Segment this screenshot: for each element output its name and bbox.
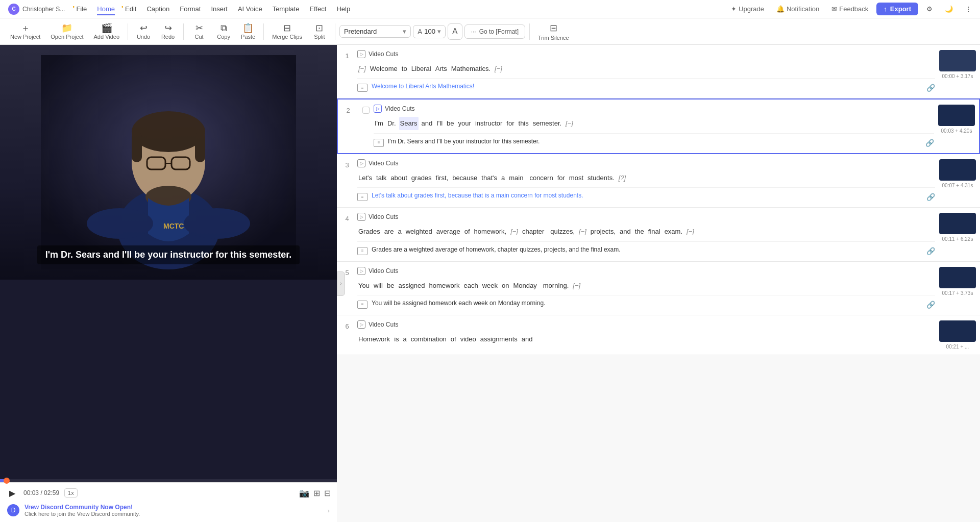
word[interactable]: and [521, 333, 534, 345]
timeline-bar[interactable] [0, 479, 337, 482]
menu-effect[interactable]: Effect [304, 3, 331, 15]
segment-words-6[interactable]: Homework is a combination of video assig… [357, 332, 935, 346]
word[interactable]: first, [435, 171, 450, 184]
caption-text-4[interactable]: Grades are a weighted average of homewor… [372, 246, 922, 253]
word[interactable]: about [389, 171, 408, 184]
word[interactable]: instructor [474, 117, 503, 130]
word[interactable]: students. [586, 171, 616, 184]
timeline-handle[interactable] [4, 478, 10, 484]
more-button[interactable]: ⋮ [961, 3, 976, 15]
merge-clips-button[interactable]: ⊟ Merge Clips [268, 21, 306, 42]
grid-icon[interactable]: ⊞ [313, 488, 320, 498]
word[interactable]: for [505, 117, 515, 130]
undo-button[interactable]: ↩ Undo [132, 21, 155, 42]
menu-insert[interactable]: Insert [206, 3, 233, 15]
word[interactable]: final [647, 225, 662, 238]
menu-help[interactable]: Help [331, 3, 355, 15]
export-button[interactable]: ↑ Export [876, 3, 918, 15]
word[interactable]: of [463, 225, 471, 238]
feedback-button[interactable]: ✉ Feedback [827, 3, 872, 15]
word[interactable]: Grades [357, 225, 381, 238]
word[interactable]: for [556, 171, 566, 184]
menu-template[interactable]: Template [267, 3, 305, 15]
word[interactable]: to [401, 62, 408, 75]
upgrade-button[interactable]: ✦ Upgrade [727, 3, 768, 15]
word[interactable]: exam. [664, 225, 683, 238]
word[interactable]: combination [410, 333, 448, 345]
word[interactable]: most [568, 171, 584, 184]
word[interactable]: Mathematics. [450, 62, 492, 75]
word[interactable]: assignments [479, 333, 519, 345]
word[interactable]: a [500, 171, 506, 184]
caption-text-2[interactable]: I'm Dr. Sears and I'll be your instructo… [388, 138, 921, 145]
word[interactable]: your [457, 117, 472, 130]
caption-text-1[interactable]: Welcome to Liberal Arts Mathematics! [372, 83, 922, 90]
discord-notification[interactable]: D Vrew Discord Community Now Open! Click… [0, 499, 337, 522]
segment-words-5[interactable]: You will be assigned homework each week … [357, 278, 935, 293]
caption-link-icon-2[interactable]: 🔗 [925, 139, 934, 147]
collapse-panel-button[interactable]: › [337, 271, 345, 296]
word[interactable]: Monday [512, 279, 538, 292]
caption-text-5[interactable]: You will be assigned homework each week … [372, 300, 922, 307]
word[interactable]: main [508, 171, 524, 184]
word[interactable]: grades [410, 171, 433, 184]
menu-home[interactable]: Home [92, 3, 120, 15]
word[interactable]: Welcome [369, 62, 399, 75]
segment-words-3[interactable]: Let's talk about grades first, because t… [357, 170, 935, 185]
add-video-button[interactable]: 🎬 Add Video [90, 21, 124, 42]
notification-button[interactable]: 🔔 Notification [772, 3, 823, 15]
font-size-value[interactable]: 100 [424, 28, 435, 35]
caption-link-icon-3[interactable]: 🔗 [926, 193, 935, 201]
split-button[interactable]: ⊡ Split [308, 21, 331, 42]
word[interactable]: will [373, 279, 384, 292]
menu-edit[interactable]: Edit [120, 3, 141, 15]
video-placeholder[interactable]: MCTC I'm Dr. Sears and I'll be your inst… [0, 45, 337, 280]
theme-toggle[interactable]: 🌙 [941, 3, 957, 15]
play-button[interactable]: ▶ [6, 487, 18, 499]
word[interactable]: I'll [435, 117, 444, 130]
caption-toggle-icon[interactable]: ⊟ [324, 488, 331, 498]
word[interactable]: video [459, 333, 477, 345]
word[interactable]: You [357, 279, 371, 292]
word[interactable]: because [451, 171, 478, 184]
word[interactable]: Liberal [410, 62, 432, 75]
word[interactable]: Let's [357, 171, 373, 184]
paste-button[interactable]: 📋 Paste [237, 21, 259, 42]
word[interactable]: Homework [357, 333, 391, 345]
word[interactable]: are [383, 225, 395, 238]
word[interactable]: semester. [532, 117, 562, 130]
word[interactable]: weighted [405, 225, 433, 238]
font-size-control[interactable]: A 100 ▾ [413, 25, 446, 38]
segment-words-1[interactable]: [−] Welcome to Liberal Arts Mathematics.… [357, 61, 935, 76]
word[interactable]: on [501, 279, 510, 292]
camera-icon[interactable]: 📷 [299, 488, 309, 498]
word[interactable]: concern [528, 171, 554, 184]
word[interactable]: and [421, 117, 434, 130]
word[interactable]: each [462, 279, 479, 292]
word[interactable]: and [619, 225, 632, 238]
word[interactable]: a [402, 333, 408, 345]
settings-button[interactable]: ⚙ [922, 3, 937, 15]
word[interactable]: homework, [473, 225, 508, 238]
word[interactable]: homework [428, 279, 461, 292]
new-project-button[interactable]: ＋ New Project [6, 21, 44, 42]
segment-words-4[interactable]: Grades are a weighted average of homewor… [357, 224, 935, 239]
word[interactable]: I'm [374, 117, 384, 130]
caption-link-icon-4[interactable]: 🔗 [926, 247, 935, 255]
segment-checkbox-2[interactable] [362, 107, 370, 114]
open-project-button[interactable]: 📁 Open Project [46, 21, 87, 42]
font-selector[interactable]: Pretendard ▾ [339, 25, 411, 38]
word[interactable]: projects, [590, 225, 617, 238]
cut-button[interactable]: ✂ Cut [188, 21, 210, 42]
go-format-button[interactable]: ··· Go to [Format] [464, 24, 525, 39]
trim-silence-button[interactable]: ⊟ Trim Silence [534, 20, 573, 43]
segment-words-2[interactable]: I'm Dr. Sears and I'll be your instructo… [374, 116, 934, 131]
word-highlighted[interactable]: Sears [399, 117, 419, 130]
word[interactable]: morning. [542, 279, 570, 292]
word[interactable]: week [481, 279, 499, 292]
word[interactable]: be [446, 117, 455, 130]
word[interactable]: the [634, 225, 645, 238]
word[interactable]: chapter [521, 225, 545, 238]
caption-text-3[interactable]: Let's talk about grades first, because t… [372, 192, 922, 199]
word[interactable]: assigned [397, 279, 426, 292]
